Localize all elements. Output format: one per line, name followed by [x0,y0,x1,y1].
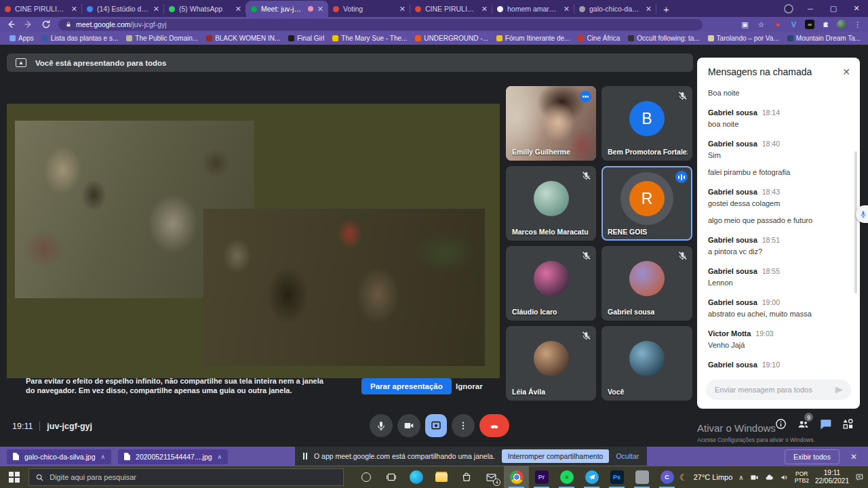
bookmark-item-1[interactable]: Lista das plantas e s... [38,35,123,42]
participant-tile-6[interactable]: Léia Ávila [506,326,596,401]
participant-tile-4[interactable]: Cláudio Icaro [506,246,596,321]
taskbar-clock[interactable]: 19:11 22/06/2021 [815,469,849,485]
participant-tile-1[interactable]: BBem Promotora Fortaleza [601,86,692,161]
browser-tab-7[interactable]: galo-chico-da-silva.jpg (47✕ [574,1,656,17]
bookmark-item-3[interactable]: BLACK WOMEN IN... [202,35,284,42]
page-action-icon[interactable]: ▣ [740,20,750,30]
new-tab-button[interactable]: + [656,3,676,17]
show-all-downloads-button[interactable]: Exibir todos [785,449,840,464]
forward-icon[interactable] [23,19,34,30]
taskbar-search-input[interactable] [50,473,337,481]
download-chip-0[interactable]: galo-chico-da-silva.jpg∧ [7,449,111,464]
tab-close-icon[interactable]: ✕ [646,5,652,14]
record-extension-icon[interactable]: ● [772,20,783,30]
weather-moon-icon[interactable]: ☾ [679,472,688,483]
maximize-button[interactable]: ▢ [822,0,845,17]
onedrive-cloud-icon[interactable] [765,473,774,482]
taskbar-app-task-view[interactable] [378,466,403,488]
browser-tab-2[interactable]: (5) WhatsApp✕ [164,1,246,17]
present-button[interactable] [425,414,447,437]
bookmark-item-0[interactable]: Apps [5,35,38,42]
chat-scrollbar[interactable] [854,151,857,293]
bookmark-item-8[interactable]: Cine África [574,35,624,42]
extensions-puzzle-icon[interactable] [821,20,831,30]
vimeo-extension-icon[interactable]: V [789,20,799,30]
stop-sharing-button[interactable]: Interromper compartilhamento [502,449,610,463]
action-center-icon[interactable] [855,473,864,482]
activities-icon[interactable] [842,418,854,430]
bookmark-star-icon[interactable]: ☆ [756,20,766,30]
taskbar-app-chrome[interactable] [504,466,529,488]
reload-icon[interactable] [41,19,52,30]
weather-text[interactable]: 27°C Limpo [694,473,733,481]
bookmarks-overflow-chevron[interactable]: » [865,35,868,42]
more-options-button[interactable] [452,414,475,437]
language-indicator[interactable]: POR PTB2 [795,470,809,484]
taskbar-app-photoshop[interactable]: Ps [604,466,629,488]
bookmark-item-7[interactable]: Fórum Itinerante de... [492,35,574,42]
minimize-button[interactable]: ─ [799,0,822,17]
tab-close-icon[interactable]: ✕ [564,5,570,14]
meeting-details-icon[interactable] [774,418,787,430]
titlebar-profile-icon[interactable] [784,4,793,14]
back-icon[interactable] [5,19,16,30]
tab-close-icon[interactable]: ✕ [481,5,488,14]
hide-toast-button[interactable]: Ocultar [616,452,639,460]
taskbar-app-file-explorer[interactable] [429,466,454,488]
taskbar-app-edge[interactable] [403,466,429,488]
taskbar-app-printer-app[interactable] [629,466,654,488]
bookmark-item-6[interactable]: UNDERGROUND -... [411,35,492,42]
browser-tab-4[interactable]: Voting✕ [328,1,410,17]
close-window-button[interactable]: ✕ [845,0,868,17]
meet-now-icon[interactable] [750,473,759,482]
chat-message-input[interactable] [715,386,834,394]
taskbar-app-premiere-pro[interactable]: Pr [529,466,554,488]
tab-close-icon[interactable]: ✕ [317,5,323,14]
participant-tile-3[interactable]: RRENE GOIS [601,166,692,241]
start-button[interactable] [0,466,28,488]
chat-toggle-icon[interactable] [819,418,832,430]
bookmark-item-4[interactable]: Final Girl [284,35,328,42]
hangup-button[interactable] [479,414,509,437]
taskbar-app-cortana[interactable] [353,466,378,488]
bookmark-item-9[interactable]: Occult following: ta... [624,35,703,42]
taskbar-app-microsoft-store[interactable] [454,466,479,488]
participant-tile-7[interactable]: Você [601,326,692,401]
address-bar[interactable]: meet.google.com/juv-jcgf-gyj [58,19,703,30]
browser-tab-5[interactable]: CINE PIRULITO - o que gos✕ [410,1,492,17]
tab-close-icon[interactable]: ✕ [153,5,159,14]
taskbar-app-mail[interactable]: 4 [479,466,504,488]
tile-menu-button[interactable] [580,91,591,102]
download-chevron-icon[interactable]: ∧ [100,453,105,460]
bookmark-item-5[interactable]: The Mary Sue - The... [328,35,411,42]
taskbar-app-clip-app[interactable]: C [654,466,679,488]
stop-presenting-button[interactable]: Parar apresentação [361,378,452,394]
browser-tab-6[interactable]: homem amarelo - Pesquisa✕ [492,1,574,17]
tab-close-icon[interactable]: ✕ [235,5,241,14]
chat-close-icon[interactable]: ✕ [842,66,850,77]
participant-tile-0[interactable]: Emilly Guilherme [506,86,596,161]
browser-tab-1[interactable]: (14) Estúdio de Criação✕ [82,1,164,17]
volume-icon[interactable] [780,473,789,482]
participant-tile-2[interactable]: Marcos Melo Maracatu [506,166,596,241]
downloads-bar-close-icon[interactable]: ✕ [850,452,857,462]
bookmark-item-10[interactable]: Tarolando – por Va... [704,35,783,42]
tab-close-icon[interactable]: ✕ [399,5,406,14]
participants-icon[interactable]: 9 [797,418,810,430]
ignore-button[interactable]: Ignorar [450,378,488,394]
tab-close-icon[interactable]: ✕ [71,5,77,14]
bookmark-item-2[interactable]: The Public Domain... [122,35,202,42]
download-chip-1[interactable]: 202005211544447....jpg∧ [118,449,228,464]
camera-button[interactable] [397,414,420,437]
mic-button[interactable] [370,414,393,437]
bookmark-item-11[interactable]: Mountain Dream Ta... [783,35,865,42]
tray-chevron-up-icon[interactable]: ∧ [738,474,743,481]
browser-tab-0[interactable]: CINE PIRULITO - o que gos✕ [0,1,82,17]
taskbar-search[interactable] [28,468,344,486]
profile-avatar[interactable] [837,20,846,29]
dark-extension-icon[interactable]: ∞ [805,20,814,29]
taskbar-app-telegram[interactable] [579,466,604,488]
send-icon[interactable] [834,385,844,395]
participant-tile-5[interactable]: Gabriel sousa [601,246,692,321]
menu-dots-icon[interactable]: ⋮ [852,20,863,30]
